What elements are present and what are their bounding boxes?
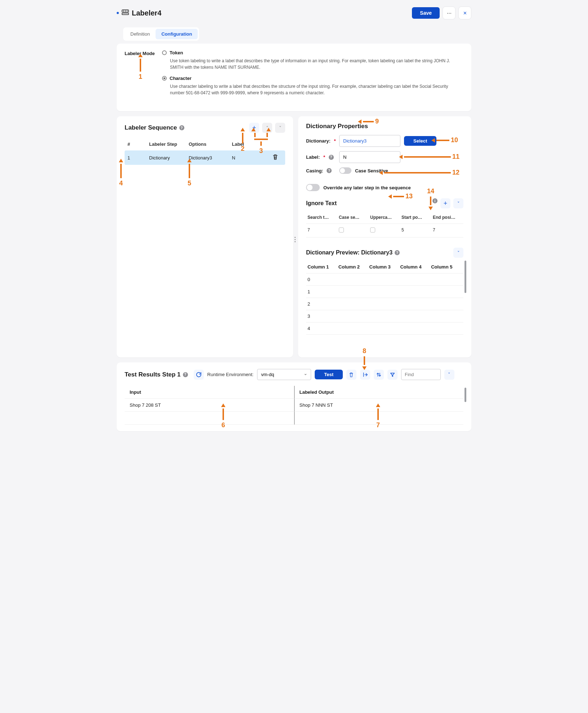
character-radio-label: Character (170, 76, 192, 81)
page-title: Labeler4 (132, 9, 409, 17)
token-desc: Use token labeling to write a label that… (170, 58, 458, 71)
col-options: Options (189, 141, 232, 147)
label-input[interactable] (339, 151, 400, 163)
casing-toggle[interactable] (339, 167, 351, 174)
results-scrollbar[interactable] (464, 388, 466, 402)
col-output: Labeled Output (294, 386, 464, 399)
col-num: # (127, 141, 149, 147)
help-icon[interactable]: ? (329, 155, 334, 160)
col-label: Label (232, 141, 268, 147)
cell-input: Shop 7 208 ST (125, 399, 294, 412)
labeler-mode-panel: Labeler Mode Token Use token labeling to… (117, 44, 471, 111)
ignore-row[interactable]: 7 5 7 (306, 224, 463, 238)
delete-results-button[interactable] (346, 370, 356, 380)
ig-col-end: End posi… (433, 215, 462, 220)
token-radio[interactable] (162, 50, 167, 55)
case-checkbox[interactable] (339, 227, 344, 233)
page-header: Labeler4 Save ⋯ ✕ (117, 4, 471, 24)
labeler-icon (122, 9, 129, 17)
test-button[interactable]: Test (315, 370, 343, 379)
help-icon[interactable]: ? (183, 372, 188, 377)
ignore-text-title: Ignore Text (306, 200, 337, 207)
upload-button[interactable] (360, 370, 370, 380)
add-ignore-button[interactable]: + (440, 198, 450, 208)
dictionary-field-label: Dictionary: (306, 138, 331, 144)
props-title: Dictionary Properties (306, 123, 368, 130)
results-row[interactable]: Shop 7 208 ST Shop 7 NNN ST (125, 399, 463, 412)
token-radio-label: Token (170, 50, 183, 55)
tab-configuration[interactable]: Configuration (156, 29, 198, 39)
pv-row-2[interactable]: 2 (306, 298, 463, 310)
label-field-label: Label: (306, 154, 320, 160)
pv-row-4[interactable]: 4 (306, 322, 463, 335)
labeler-mode-label: Labeler Mode (125, 50, 157, 101)
cell-output: Shop 7 NNN ST (294, 399, 464, 412)
more-button[interactable]: ⋯ (443, 6, 455, 19)
results-table: Input Labeled Output Shop 7 208 ST Shop … (125, 386, 463, 425)
help-icon[interactable]: ? (327, 168, 332, 173)
delete-step-button[interactable] (268, 154, 282, 161)
preview-title: Dictionary Preview: Dictionary3 (306, 249, 392, 256)
save-button[interactable]: Save (412, 7, 440, 19)
pv-col-1: Column 1 (308, 264, 338, 270)
find-input[interactable] (401, 369, 441, 380)
collapse-ignore-button[interactable]: ˅ (453, 198, 463, 208)
upper-checkbox[interactable] (370, 227, 375, 233)
panel-drag-handle[interactable] (295, 237, 296, 242)
collapse-results-button[interactable]: ˅ (444, 370, 454, 380)
ig-cell-end: 7 (433, 227, 462, 234)
character-radio[interactable] (162, 76, 167, 81)
sequence-title: Labeler Sequence (125, 124, 177, 131)
cell-options: Dictionary3 (189, 155, 232, 161)
ig-cell-start: 5 (401, 227, 431, 234)
ig-cell-search: 7 (308, 227, 337, 234)
refresh-button[interactable] (194, 370, 204, 380)
pv-col-4: Column 4 (400, 264, 431, 270)
move-up-button[interactable]: ˄ (262, 123, 272, 133)
casing-value: Case Sensitive (355, 168, 388, 173)
cell-label: N (232, 155, 268, 161)
ig-col-upper: Upperca… (370, 215, 399, 220)
move-down-button[interactable]: ˅ (275, 123, 285, 133)
select-dictionary-button[interactable]: Select (404, 136, 436, 146)
sort-button[interactable] (374, 370, 384, 380)
pv-row-3[interactable]: 3 (306, 310, 463, 322)
sequence-table: # Labeler Step Options Label 1 Dictionar… (125, 138, 285, 165)
collapse-preview-button[interactable]: ˅ (453, 248, 463, 258)
close-button[interactable]: ✕ (458, 6, 471, 19)
unsaved-dot (117, 12, 119, 14)
sequence-row[interactable]: 1 Dictionary Dictionary3 N (125, 150, 285, 165)
info-icon[interactable]: i (432, 198, 437, 203)
pv-row-0[interactable]: 0 (306, 274, 463, 286)
labeler-sequence-panel: Labeler Sequence ? + ˄ ˅ # Labeler Step … (117, 116, 293, 357)
pv-col-2: Column 2 (338, 264, 369, 270)
filter-button[interactable] (387, 370, 398, 380)
dictionary-preview-table: Column 1 Column 2 Column 3 Column 4 Colu… (306, 261, 463, 335)
casing-field-label: Casing: (306, 168, 323, 173)
ig-col-search: Search t… (308, 215, 337, 220)
override-label: Override any later step in the sequence (323, 185, 411, 190)
cell-step: Dictionary (149, 155, 189, 161)
test-results-panel: Test Results Step 1 ? Runtime Environmen… (117, 362, 471, 431)
add-step-button[interactable]: + (249, 123, 259, 133)
pv-col-3: Column 3 (369, 264, 400, 270)
override-toggle[interactable] (306, 184, 320, 191)
col-input: Input (125, 386, 294, 399)
runtime-env-label: Runtime Environment: (207, 372, 254, 377)
help-icon[interactable]: ? (395, 250, 400, 255)
ig-col-start: Start po… (401, 215, 431, 220)
ig-col-case: Case se… (339, 215, 368, 220)
ignore-text-table: Search t… Case se… Upperca… Start po… En… (306, 211, 463, 238)
character-desc: Use character labeling to write a label … (170, 83, 458, 96)
runtime-select[interactable]: vm-dq (257, 369, 311, 380)
tab-bar: Definition Configuration (123, 27, 199, 41)
pv-col-5: Column 5 (431, 264, 462, 270)
dictionary-input[interactable] (339, 135, 400, 147)
tab-definition[interactable]: Definition (125, 29, 156, 39)
col-step: Labeler Step (149, 141, 189, 147)
test-results-title: Test Results Step 1 (125, 371, 181, 378)
pv-row-1[interactable]: 1 (306, 286, 463, 298)
help-icon[interactable]: ? (179, 125, 184, 130)
preview-scrollbar[interactable] (464, 261, 466, 293)
annotation-5: 5 (188, 180, 191, 187)
